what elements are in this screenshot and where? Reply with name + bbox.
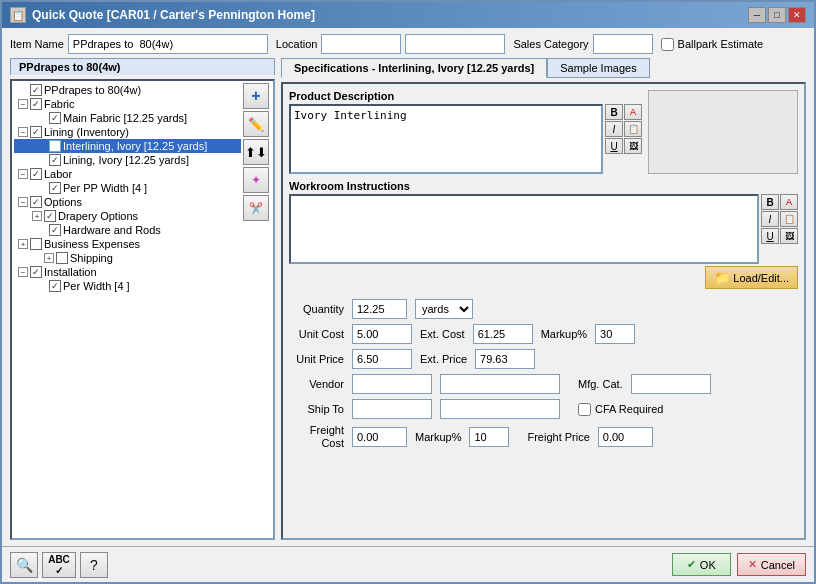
tree-expand[interactable]: − <box>18 267 28 277</box>
workroom-italic-button[interactable]: I <box>761 211 779 227</box>
workroom-textarea[interactable] <box>289 194 759 264</box>
tree-checkbox[interactable] <box>30 266 42 278</box>
freight-markup-input[interactable] <box>469 427 509 447</box>
underline-button[interactable]: U <box>605 138 623 154</box>
freight-price-input[interactable] <box>598 427 653 447</box>
tree-item[interactable]: Per Width [4 ] <box>14 279 241 293</box>
tree-item[interactable]: − Options <box>14 195 241 209</box>
mfg-cat-input[interactable] <box>631 374 711 394</box>
font-color-button[interactable]: A <box>624 104 642 120</box>
move-button[interactable]: ⬆⬇ <box>243 139 269 165</box>
tree-item[interactable]: PPdrapes to 80(4w) <box>14 83 241 97</box>
freight-cost-input[interactable] <box>352 427 407 447</box>
tree-expand[interactable]: − <box>18 99 28 109</box>
tree-expand[interactable]: + <box>18 239 28 249</box>
tree-expand[interactable]: + <box>44 253 54 263</box>
workroom-section: Workroom Instructions B A I <box>289 180 798 264</box>
vendor-input1[interactable] <box>352 374 432 394</box>
tree-checkbox[interactable] <box>44 210 56 222</box>
markup-pct-input[interactable] <box>595 324 635 344</box>
tree-expand[interactable]: − <box>18 169 28 179</box>
tree-expand[interactable]: − <box>18 197 28 207</box>
unit-cost-input[interactable] <box>352 324 412 344</box>
tree-expand[interactable]: + <box>32 211 42 221</box>
tree-item[interactable]: Main Fabric [12.25 yards] <box>14 111 241 125</box>
cancel-x-icon: ✕ <box>748 558 757 571</box>
tree-item[interactable]: Per PP Width [4 ] <box>14 181 241 195</box>
tree-item[interactable]: + Drapery Options <box>14 209 241 223</box>
tree-checkbox[interactable] <box>30 98 42 110</box>
ship-to-input2[interactable] <box>440 399 560 419</box>
item-name-input[interactable] <box>68 34 268 54</box>
cancel-button[interactable]: ✕ Cancel <box>737 553 806 576</box>
tree-checkbox[interactable] <box>30 196 42 208</box>
ext-price-input[interactable] <box>475 349 535 369</box>
location-input2[interactable] <box>405 34 505 54</box>
location-input[interactable] <box>321 34 401 54</box>
ext-cost-input[interactable] <box>473 324 533 344</box>
maximize-button[interactable]: □ <box>768 7 786 23</box>
load-edit-button[interactable]: 📁 Load/Edit... <box>705 266 798 289</box>
tree-expand[interactable]: − <box>18 127 28 137</box>
tree-label: Fabric <box>44 98 75 110</box>
minimize-button[interactable]: ─ <box>748 7 766 23</box>
tree-checkbox[interactable] <box>30 238 42 250</box>
right-panel: Specifications - Interlining, Ivory [12.… <box>281 58 806 540</box>
tree-item[interactable]: − Installation <box>14 265 241 279</box>
tree-checkbox[interactable] <box>49 224 61 236</box>
search-button[interactable]: 🔍 <box>10 552 38 578</box>
quantity-input[interactable] <box>352 299 407 319</box>
window-controls: ─ □ ✕ <box>748 7 806 23</box>
close-button[interactable]: ✕ <box>788 7 806 23</box>
tree-checkbox[interactable] <box>49 280 61 292</box>
unit-price-input[interactable] <box>352 349 412 369</box>
help-button[interactable]: ? <box>80 552 108 578</box>
add-button[interactable]: + <box>243 83 269 109</box>
product-desc-textarea[interactable]: Ivory Interlining <box>289 104 603 174</box>
workroom-underline-button[interactable]: U <box>761 228 779 244</box>
tree-item[interactable]: − Lining (Inventory) <box>14 125 241 139</box>
abc-button[interactable]: ABC✓ <box>42 552 76 578</box>
ok-button[interactable]: ✔ OK <box>672 553 731 576</box>
delete-button[interactable]: ✂️ <box>243 195 269 221</box>
bottom-left-buttons: 🔍 ABC✓ ? <box>10 552 108 578</box>
ship-to-input1[interactable] <box>352 399 432 419</box>
color-button[interactable]: ✦ <box>243 167 269 193</box>
format3-button[interactable]: 🖼 <box>624 138 642 154</box>
tree-item[interactable]: − Fabric <box>14 97 241 111</box>
tab-specifications[interactable]: Specifications - Interlining, Ivory [12.… <box>281 58 547 78</box>
cfa-checkbox[interactable] <box>578 403 591 416</box>
tree-checkbox[interactable] <box>49 154 61 166</box>
tree-item[interactable]: Hardware and Rods <box>14 223 241 237</box>
tree-checkbox[interactable] <box>49 112 61 124</box>
quantity-unit-select[interactable]: yards inches feet <box>415 299 473 319</box>
bold-button[interactable]: B <box>605 104 623 120</box>
format2-button[interactable]: 📋 <box>624 121 642 137</box>
tree-checkbox[interactable] <box>30 168 42 180</box>
sales-category-input[interactable] <box>593 34 653 54</box>
tree-checkbox[interactable] <box>49 140 61 152</box>
vendor-label: Vendor <box>289 378 344 390</box>
tree-item-selected[interactable]: Interlining, Ivory [12.25 yards] <box>14 139 241 153</box>
ext-price-label: Ext. Price <box>420 353 467 365</box>
tree-item[interactable]: Lining, Ivory [12.25 yards] <box>14 153 241 167</box>
spec-panel: Product Description Ivory Interlining B … <box>281 82 806 540</box>
italic-button[interactable]: I <box>605 121 623 137</box>
tree-checkbox[interactable] <box>49 182 61 194</box>
tree-item[interactable]: + Business Expenses <box>14 237 241 251</box>
tree-item[interactable]: + Shipping <box>14 251 241 265</box>
edit-button[interactable]: ✏️ <box>243 111 269 137</box>
tree-checkbox[interactable] <box>30 84 42 96</box>
workroom-label: Workroom Instructions <box>289 180 798 192</box>
tree-tab[interactable]: PPdrapes to 80(4w) <box>10 58 275 75</box>
workroom-bold-button[interactable]: B <box>761 194 779 210</box>
tree-checkbox[interactable] <box>30 126 42 138</box>
tree-item[interactable]: − Labor <box>14 167 241 181</box>
tree-checkbox[interactable] <box>56 252 68 264</box>
workroom-format3-button[interactable]: 🖼 <box>780 228 798 244</box>
vendor-input2[interactable] <box>440 374 560 394</box>
tab-sample-images[interactable]: Sample Images <box>547 58 649 78</box>
ballpark-checkbox[interactable] <box>661 38 674 51</box>
workroom-format2-button[interactable]: 📋 <box>780 211 798 227</box>
workroom-color-button[interactable]: A <box>780 194 798 210</box>
